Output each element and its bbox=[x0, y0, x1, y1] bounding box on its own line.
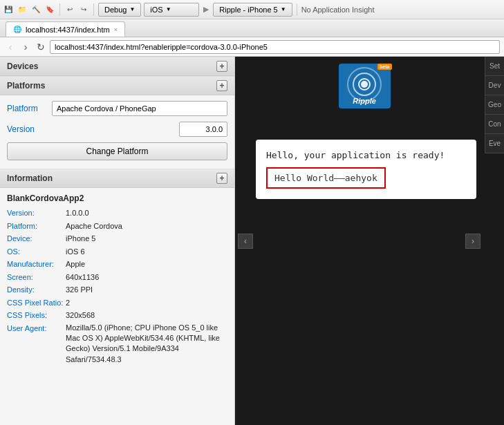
platforms-add-button[interactable]: + bbox=[216, 80, 227, 91]
platform-label: Platform bbox=[7, 104, 52, 113]
info-screen: Screen: 640x1136 bbox=[7, 272, 227, 283]
info-platform-key: Platform: bbox=[7, 220, 66, 232]
information-add-button[interactable]: + bbox=[216, 173, 227, 184]
svg-text:Ripple: Ripple bbox=[353, 97, 376, 105]
left-nav-area: ‹ bbox=[238, 234, 253, 249]
ios-label: iOS bbox=[150, 6, 162, 14]
info-css-pixels-val: 320x568 bbox=[66, 310, 95, 321]
devices-tab[interactable]: Dev bbox=[485, 76, 504, 95]
tab-bar: 🌐 localhost:4437/index.htm × bbox=[0, 19, 504, 37]
info-os-val: iOS 6 bbox=[66, 246, 85, 258]
browser-tab[interactable]: 🌐 localhost:4437/index.htm × bbox=[6, 21, 125, 37]
platform-value: Apache Cordova / PhoneGap bbox=[52, 101, 227, 116]
ios-dropdown[interactable]: iOS ▼ bbox=[144, 3, 199, 17]
console-tab[interactable]: Con bbox=[485, 115, 504, 134]
version-label: Version bbox=[7, 124, 52, 134]
info-useragent-val: Mozilla/5.0 (iPhone; CPU iPhone OS 5_0 l… bbox=[66, 323, 227, 366]
devices-add-button[interactable]: + bbox=[216, 61, 227, 72]
info-useragent-key: User Agent: bbox=[7, 323, 66, 334]
info-manufacturer: Manufacturer: Apple bbox=[7, 258, 227, 270]
info-os-key: OS: bbox=[7, 246, 66, 258]
sep3 bbox=[297, 3, 297, 16]
ripple-arrow: ▼ bbox=[281, 6, 286, 12]
sep1 bbox=[59, 3, 60, 16]
settings-tab[interactable]: Set bbox=[485, 57, 504, 76]
ripple-logo-area: beta Ripple bbox=[339, 64, 391, 111]
ripple-logo-container: beta Ripple bbox=[339, 64, 391, 111]
ripple-dropdown[interactable]: Ripple - iPhone 5 ▼ bbox=[213, 3, 292, 17]
undo-icon: ↩ bbox=[64, 4, 75, 15]
main-toolbar: 💾 📁 🔨 🔖 ↩ ↪ Debug ▼ iOS ▼ ▶ Ripple - iPh… bbox=[0, 0, 504, 19]
forward-button[interactable]: › bbox=[19, 41, 32, 53]
main-area: Devices + Platforms + Platform Apache Co… bbox=[0, 57, 504, 425]
debug-dropdown[interactable]: Debug ▼ bbox=[98, 3, 141, 17]
events-tab[interactable]: Eve bbox=[485, 134, 504, 153]
folder-icon: 📁 bbox=[17, 4, 28, 15]
app-name: BlankCordovaApp2 bbox=[7, 193, 227, 203]
info-version-val: 1.0.0.0 bbox=[66, 207, 89, 219]
geo-tab[interactable]: Geo bbox=[485, 95, 504, 115]
ripple-logo-svg: Ripple bbox=[339, 64, 391, 108]
info-css-pixels-key: CSS Pixels: bbox=[7, 310, 66, 321]
left-panel: Devices + Platforms + Platform Apache Co… bbox=[0, 57, 235, 425]
refresh-button[interactable]: ↻ bbox=[35, 41, 47, 53]
hello-world-box: Hello World——aehyok bbox=[266, 167, 386, 189]
info-manufacturer-key: Manufacturer: bbox=[7, 258, 66, 270]
info-screen-val: 640x1136 bbox=[66, 272, 99, 283]
devices-title: Devices bbox=[7, 62, 38, 71]
info-platform-val: Apache Cordova bbox=[66, 220, 122, 232]
change-platform-button[interactable]: Change Platform bbox=[7, 142, 227, 160]
info-density-key: Density: bbox=[7, 284, 66, 296]
info-platform: Platform: Apache Cordova bbox=[7, 220, 227, 232]
page-icon: 🌐 bbox=[13, 26, 21, 33]
info-device: Device: iPhone 5 bbox=[7, 233, 227, 245]
save-icon: 💾 bbox=[3, 4, 14, 15]
svg-point-4 bbox=[361, 81, 368, 88]
platforms-title: Platforms bbox=[7, 81, 45, 91]
info-density: Density: 326 PPI bbox=[7, 284, 227, 296]
bookmark-icon: 🔖 bbox=[44, 4, 55, 15]
info-css-ratio-val: 2 bbox=[66, 297, 70, 309]
info-version: Version: 1.0.0.0 bbox=[7, 207, 227, 219]
information-title: Information bbox=[7, 173, 53, 183]
right-arrow-button[interactable]: › bbox=[465, 234, 480, 249]
platforms-body: Platform Apache Cordova / PhoneGap Versi… bbox=[0, 95, 234, 169]
phone-screen: Hello, your application is ready! Hello … bbox=[256, 140, 476, 199]
sep2 bbox=[93, 3, 94, 16]
platform-row: Platform Apache Cordova / PhoneGap bbox=[7, 101, 227, 116]
info-css-pixels: CSS Pixels: 320x568 bbox=[7, 310, 227, 321]
debug-arrow: ▼ bbox=[129, 6, 135, 12]
redo-icon: ↪ bbox=[78, 4, 89, 15]
back-button[interactable]: ‹ bbox=[4, 41, 17, 53]
right-sidebar: Set Dev Geo Con Eve bbox=[485, 57, 504, 153]
info-device-key: Device: bbox=[7, 233, 66, 245]
no-insight-label: No Application Insight bbox=[301, 6, 375, 14]
left-arrow-button[interactable]: ‹ bbox=[238, 234, 253, 249]
app-content: Hello, your application is ready! Hello … bbox=[266, 150, 466, 189]
info-density-val: 326 PPI bbox=[66, 284, 93, 296]
ios-arrow: ▼ bbox=[166, 6, 171, 12]
debug-label: Debug bbox=[104, 6, 127, 14]
address-bar: ‹ › ↻ bbox=[0, 37, 504, 57]
tab-title: localhost:4437/index.htm bbox=[26, 26, 110, 34]
app-ready-text: Hello, your application is ready! bbox=[266, 150, 466, 160]
ripple-label: Ripple - iPhone 5 bbox=[219, 6, 277, 14]
hello-world-text: Hello World——aehyok bbox=[274, 173, 377, 183]
info-css-ratio-key: CSS Pixel Ratio: bbox=[7, 297, 66, 309]
info-device-val: iPhone 5 bbox=[66, 233, 95, 245]
info-screen-key: Screen: bbox=[7, 272, 66, 283]
info-version-key: Version: bbox=[7, 207, 66, 219]
play-icon: ▶ bbox=[203, 5, 209, 14]
platforms-section-header: Platforms + bbox=[0, 76, 234, 95]
info-os: OS: iOS 6 bbox=[7, 246, 227, 258]
information-section-header: Information + bbox=[0, 169, 234, 188]
devices-section-header: Devices + bbox=[0, 57, 234, 76]
info-useragent: User Agent: Mozilla/5.0 (iPhone; CPU iPh… bbox=[7, 323, 227, 366]
right-nav-area: › bbox=[465, 234, 480, 249]
tab-close[interactable]: × bbox=[114, 26, 118, 33]
build-icon: 🔨 bbox=[30, 4, 41, 15]
version-row: Version 3.0.0 bbox=[7, 122, 227, 137]
address-input[interactable] bbox=[50, 40, 500, 54]
info-manufacturer-val: Apple bbox=[66, 258, 85, 270]
information-body: BlankCordovaApp2 Version: 1.0.0.0 Platfo… bbox=[0, 188, 234, 372]
